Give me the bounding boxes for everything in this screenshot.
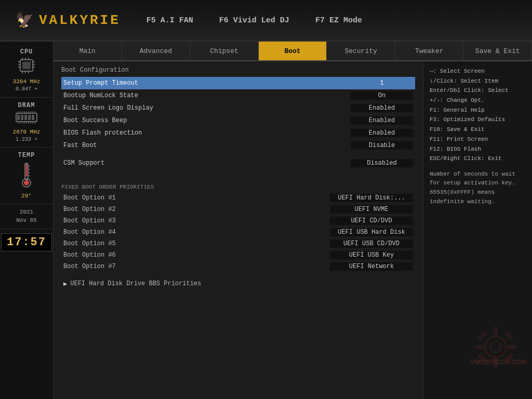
temp-label: TEMP [18,152,35,159]
temp-value: 29° [21,192,32,200]
tab-main[interactable]: Main [54,42,122,60]
row-fast-boot[interactable]: Fast Boot Disable [61,139,415,152]
row-label-setup-prompt: Setup Prompt Timeout [63,79,351,87]
f7-nav[interactable]: F7 EZ Mode [315,16,362,25]
row-label-beep: Boot Success Beep [63,117,351,124]
sidebar-cpu: CPU 3204 MHz 0.847 + [0,44,53,98]
shortcut-change-opt: +/-: Change Opt. [430,96,526,105]
boot-opt4-value: UEFI USB Hard Disk [330,228,413,236]
boot-option-7[interactable]: Boot Option #7 UEFI Network [61,261,415,272]
date-display: 2021 Nov 05 [16,208,37,224]
boot-opt5-value: UEFI USB CD/DVD [330,240,413,248]
tab-chipset[interactable]: Chipset [190,42,259,60]
tab-tweaker[interactable]: Tweaker [395,42,464,60]
svg-rect-1 [22,62,31,69]
svg-point-46 [485,337,506,357]
svg-rect-16 [21,115,23,120]
row-label-numlock: Bootup NumLock State [63,92,351,99]
tab-save-exit[interactable]: Save & Exit [463,42,532,60]
svg-point-47 [490,342,501,352]
watermark-text: VMODTECH.COM [471,356,527,368]
row-value-numlock: On [351,91,413,100]
boot-opt1-label: Boot Option #1 [63,194,330,202]
row-label-fast-boot: Fast Boot [63,142,351,149]
keyboard-shortcuts: ↔: Select Screen ↕/Click: Select Item En… [430,66,526,164]
shortcut-f1: F1: General Help [430,105,526,115]
boot-option-3[interactable]: Boot Option #3 UEFI CD/DVD [61,215,415,227]
shortcut-f3: F3: Optimized Defaults [430,115,526,125]
row-fullscreen-logo[interactable]: Full Screen Logo Display Enabled [61,102,415,114]
boot-config-title: Boot Configuration [61,66,415,74]
row-value-fast-boot: Disable [351,141,413,150]
svg-rect-51 [507,345,516,349]
tab-security[interactable]: Security [327,42,395,60]
sidebar-dram: DRAM [0,98,53,148]
boot-option-2[interactable]: Boot Option #2 UEFI NVME [61,204,415,215]
header: 🦅 VALKYRIE F5 A.I FAN F6 Vivid Led DJ F7… [0,0,532,42]
shortcut-enter: Enter/Dbl Click: Select [430,86,526,96]
fixed-boot-order-title: FIXED BOOT ORDER Priorities [61,184,415,190]
row-value-logo: Enabled [351,104,413,112]
f6-nav[interactable]: F6 Vivid Led DJ [219,16,289,25]
sidebar: CPU 3204 MHz 0.847 + [0,42,54,399]
logo-text: VALKYRIE [39,12,121,28]
shortcut-f10: F10: Save & Exit [430,125,526,135]
logo-wings-icon: 🦅 [16,11,34,29]
row-value-csm: Disabled [351,159,413,167]
svg-rect-50 [475,345,484,349]
shortcut-select-screen: ↔: Select Screen [430,66,526,76]
content-area: Boot Configuration Setup Prompt Timeout … [54,61,532,399]
svg-rect-48 [494,326,498,336]
cpu-label: CPU [20,48,33,56]
tab-advanced[interactable]: Advanced [122,42,191,60]
header-nav: F5 A.I FAN F6 Vivid Led DJ F7 EZ Mode [147,16,362,25]
boot-opt2-value: UEFI NVME [330,205,413,214]
boot-opt5-label: Boot Option #5 [63,240,330,247]
shortcut-esc: ESC/Right Click: Exit [430,154,526,164]
dram-label: DRAM [18,102,35,109]
boot-opt2-label: Boot Option #2 [63,206,330,213]
row-label-logo: Full Screen Logo Display [63,104,351,112]
boot-option-1[interactable]: Boot Option #1 UEFI Hard Disk:... [61,192,415,204]
svg-rect-39 [26,164,28,177]
boot-opt6-label: Boot Option #6 [63,251,330,259]
row-csm-support[interactable]: CSM Support Disabled [61,157,415,169]
triangle-icon: ▶ [63,280,67,288]
clock-display: 17:57 [1,233,52,251]
left-panel: Boot Configuration Setup Prompt Timeout … [54,61,423,399]
f5-nav[interactable]: F5 A.I FAN [147,16,193,25]
boot-opt3-value: UEFI CD/DVD [330,217,413,225]
boot-option-6[interactable]: Boot Option #6 UEFI USB Key [61,249,415,261]
uefi-priorities-label: UEFI Hard Disk Drive BBS Priorities [70,280,201,287]
uefi-priorities-row[interactable]: ▶ UEFI Hard Disk Drive BBS Priorities [61,277,415,290]
svg-rect-53 [504,331,514,341]
dram-freq: 2670 MHz 1.233 + [13,128,41,143]
boot-opt3-label: Boot Option #3 [63,217,330,224]
row-label-csm: CSM Support [63,159,351,167]
cpu-icon [16,58,37,77]
boot-opt7-value: UEFI Network [330,262,413,271]
logo-area: 🦅 VALKYRIE [16,11,121,29]
boot-opt7-label: Boot Option #7 [63,263,330,270]
shortcut-f11: F11: Print Screen [430,135,526,144]
row-bios-flash-protection[interactable]: BIOS Flash protection Enabled [61,127,415,139]
svg-rect-17 [24,115,27,120]
boot-option-4[interactable]: Boot Option #4 UEFI USB Hard Disk [61,227,415,238]
row-value-beep: Enabled [351,116,413,125]
row-label-bios-flash: BIOS Flash protection [63,129,351,137]
row-value-setup-prompt: 1 [351,79,413,87]
svg-point-41 [24,180,29,185]
tab-boot[interactable]: Boot [259,42,327,60]
tabbar: Main Advanced Chipset Boot Security Twea… [54,42,532,61]
row-setup-prompt-timeout[interactable]: Setup Prompt Timeout 1 [61,77,415,89]
main-content: Main Advanced Chipset Boot Security Twea… [54,42,532,399]
svg-rect-19 [32,115,34,120]
boot-opt1-value: UEFI Hard Disk:... [330,194,413,202]
row-boot-success-beep[interactable]: Boot Success Beep Enabled [61,114,415,127]
svg-rect-52 [477,331,487,341]
row-bootup-numlock[interactable]: Bootup NumLock State On [61,89,415,102]
sidebar-date: 2021 Nov 05 [0,204,53,229]
boot-option-5[interactable]: Boot Option #5 UEFI USB CD/DVD [61,238,415,249]
thermometer-icon [16,161,37,192]
help-description: Number of seconds to wait for setup acti… [430,170,526,206]
